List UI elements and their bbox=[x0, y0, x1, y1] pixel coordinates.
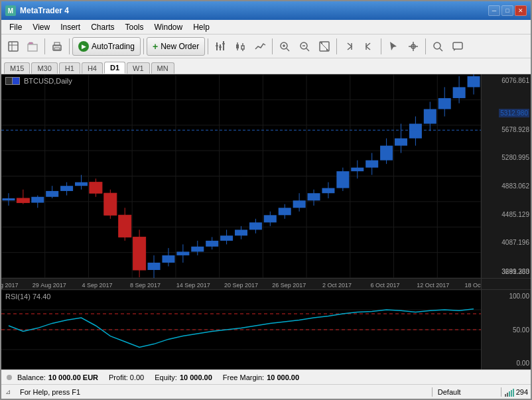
toolbar-sep-4 bbox=[208, 38, 208, 54]
open-button[interactable] bbox=[23, 37, 42, 56]
rsi-level-50: 50.00 bbox=[513, 326, 529, 334]
search-button[interactable] bbox=[429, 37, 447, 56]
equity-value: 10 000.00 bbox=[180, 373, 212, 381]
scroll-left-icon bbox=[362, 40, 375, 53]
rsi-chart-area[interactable]: RSI(14) 74.40 bbox=[1, 290, 481, 369]
svg-rect-0 bbox=[9, 42, 18, 51]
price-axis: 6076.861 5312.980 5678.928 5280.995 4883… bbox=[481, 74, 531, 278]
tf-w1[interactable]: W1 bbox=[127, 62, 150, 74]
candlestick-icon bbox=[233, 40, 247, 53]
new-chart-icon bbox=[7, 40, 20, 53]
rsi-chart-canvas[interactable] bbox=[1, 290, 481, 369]
signal-strength: 294 bbox=[516, 388, 528, 396]
svg-line-23 bbox=[306, 48, 309, 51]
line-chart-button[interactable] bbox=[251, 37, 269, 56]
bottom-bar: ⊿ For Help, press F1 Default 294 bbox=[1, 384, 531, 399]
timeframe-bar: M15 M30 H1 H4 D1 W1 MN bbox=[1, 58, 531, 74]
svg-rect-39 bbox=[513, 389, 514, 397]
toolbar-sep-8 bbox=[425, 38, 426, 54]
svg-point-32 bbox=[434, 42, 440, 49]
neworder-icon: + bbox=[153, 41, 158, 52]
svg-rect-15 bbox=[241, 46, 244, 49]
tf-h4[interactable]: H4 bbox=[82, 62, 103, 74]
rsi-level-100: 100.00 bbox=[509, 293, 529, 300]
menu-charts[interactable]: Charts bbox=[86, 21, 119, 33]
comment-button[interactable] bbox=[448, 37, 467, 56]
svg-rect-35 bbox=[505, 394, 506, 397]
status-dot bbox=[7, 375, 12, 380]
time-axis-canvas bbox=[1, 279, 481, 289]
maximize-button[interactable]: □ bbox=[501, 5, 513, 16]
time-axis-area bbox=[1, 279, 481, 289]
chart-wrapper: BTCUSD,Daily 6076.861 5312.980 5678.928 … bbox=[1, 74, 531, 369]
tf-m30[interactable]: M30 bbox=[31, 62, 57, 74]
free-margin-label: Free Margin: bbox=[223, 373, 264, 381]
cursor-button[interactable] bbox=[384, 37, 403, 56]
menu-view[interactable]: View bbox=[27, 21, 55, 33]
autotrading-button[interactable]: ▶ AutoTrading bbox=[72, 37, 141, 56]
svg-rect-12 bbox=[236, 44, 239, 48]
svg-line-33 bbox=[440, 48, 442, 51]
menu-window[interactable]: Window bbox=[149, 21, 188, 33]
toolbar-sep-7 bbox=[381, 38, 381, 54]
price-level-4: 4883.062 bbox=[501, 182, 529, 190]
rsi-level-0: 0.00 bbox=[517, 360, 529, 367]
toolbar-sep-3 bbox=[143, 38, 144, 54]
menu-insert[interactable]: Insert bbox=[55, 21, 86, 33]
tf-d1[interactable]: D1 bbox=[104, 62, 125, 74]
crosshair-button[interactable] bbox=[404, 37, 423, 56]
toolbar-sep-2 bbox=[69, 38, 70, 54]
scroll-right-icon bbox=[342, 40, 356, 53]
status-bar: Balance: 10 000.00 EUR Profit: 0.00 Equi… bbox=[1, 369, 531, 384]
menu-bar: File View Insert Charts Tools Window Hel… bbox=[1, 20, 531, 34]
main-chart-canvas[interactable] bbox=[1, 74, 481, 278]
print-button[interactable] bbox=[48, 37, 66, 56]
menu-file[interactable]: File bbox=[4, 21, 27, 33]
menu-tools[interactable]: Tools bbox=[120, 21, 149, 33]
window-title: MetaTrader 4 bbox=[20, 6, 69, 15]
svg-line-19 bbox=[287, 48, 289, 51]
free-margin-value: 10 000.00 bbox=[267, 373, 299, 381]
rsi-chart-row: RSI(14) 74.40 100.00 50.00 0.00 bbox=[1, 290, 531, 369]
help-text: For Help, press F1 bbox=[15, 388, 432, 396]
zoom-out-button[interactable] bbox=[295, 37, 314, 56]
scroll-left-button[interactable] bbox=[360, 37, 378, 56]
main-window: M MetaTrader 4 ─ □ ✕ File View Insert Ch… bbox=[0, 0, 532, 400]
status-left: Balance: 10 000.00 EUR Profit: 0.00 Equi… bbox=[7, 373, 299, 381]
scroll-right-button[interactable] bbox=[340, 37, 358, 56]
title-bar: M MetaTrader 4 ─ □ ✕ bbox=[1, 1, 531, 20]
menu-help[interactable]: Help bbox=[188, 21, 215, 33]
signal-icon bbox=[504, 387, 515, 397]
price-level-8: 3291.330 bbox=[501, 268, 529, 275]
time-axis bbox=[1, 278, 531, 290]
zoom-in-button[interactable] bbox=[275, 37, 294, 56]
fit-chart-icon bbox=[318, 40, 331, 53]
fit-chart-button[interactable] bbox=[315, 37, 334, 56]
toolbar-sep-1 bbox=[44, 38, 45, 54]
signal-area: 294 bbox=[501, 387, 531, 397]
file-toolbar-group bbox=[4, 37, 42, 56]
tf-mn[interactable]: MN bbox=[151, 62, 174, 74]
balance-label: Balance: bbox=[17, 373, 46, 381]
tf-m15[interactable]: M15 bbox=[4, 62, 30, 74]
svg-line-26 bbox=[320, 42, 328, 50]
resize-handle[interactable]: ⊿ bbox=[1, 385, 15, 399]
svg-rect-37 bbox=[509, 391, 510, 397]
tf-h1[interactable]: H1 bbox=[59, 62, 80, 74]
new-chart-button[interactable] bbox=[4, 37, 23, 56]
autotrading-label: AutoTrading bbox=[92, 42, 135, 51]
price-level-2: 5678.928 bbox=[501, 126, 529, 133]
price-level-5: 4485.129 bbox=[501, 211, 529, 218]
svg-rect-36 bbox=[507, 393, 508, 397]
svg-rect-5 bbox=[54, 48, 60, 50]
neworder-button[interactable]: + New Order bbox=[147, 37, 205, 56]
rsi-axis: 100.00 50.00 0.00 bbox=[481, 290, 531, 369]
minimize-button[interactable]: ─ bbox=[488, 5, 500, 16]
main-chart-area[interactable]: BTCUSD,Daily bbox=[1, 74, 481, 278]
candlestick-button[interactable] bbox=[231, 37, 249, 56]
close-button[interactable]: ✕ bbox=[515, 5, 527, 16]
window-controls: ─ □ ✕ bbox=[488, 5, 527, 16]
bar-chart-button[interactable] bbox=[211, 37, 230, 56]
equity-label: Equity: bbox=[155, 373, 177, 381]
search-icon bbox=[431, 40, 444, 53]
